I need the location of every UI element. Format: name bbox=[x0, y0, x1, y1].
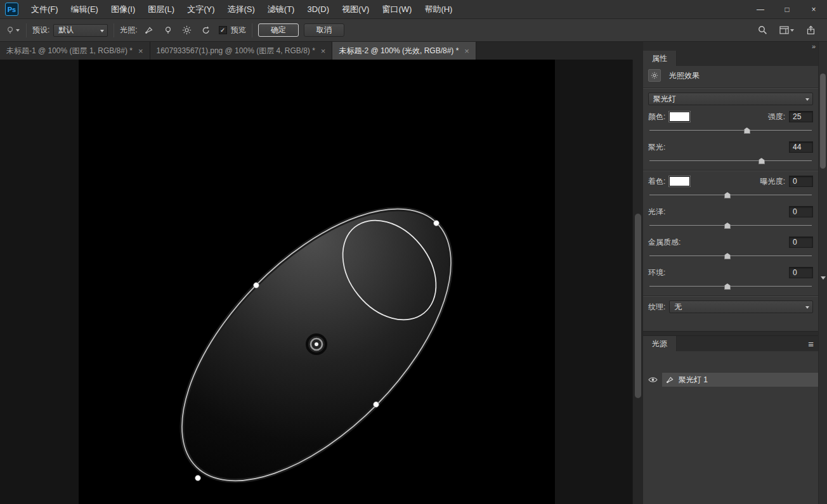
spot-light-icon bbox=[665, 375, 674, 384]
workspace-icon bbox=[779, 26, 789, 34]
ok-button[interactable]: 确定 bbox=[258, 23, 299, 37]
ellipse-handle-right[interactable] bbox=[374, 402, 379, 408]
ellipse-handle-bottom[interactable] bbox=[195, 475, 201, 481]
gloss-slider[interactable] bbox=[649, 221, 812, 229]
close-icon[interactable]: × bbox=[321, 46, 326, 56]
light-color-swatch[interactable] bbox=[669, 112, 690, 122]
search-icon bbox=[758, 25, 767, 35]
exposure-slider[interactable] bbox=[649, 191, 812, 199]
metallic-slider[interactable] bbox=[649, 252, 812, 260]
ambience-value[interactable]: 0 bbox=[789, 267, 813, 278]
scroll-down-icon[interactable] bbox=[821, 276, 826, 280]
workspace-switcher-button[interactable] bbox=[776, 23, 797, 37]
menu-bar: Ps 文件(F) 编辑(E) 图像(I) 图层(L) 文字(Y) 选择(S) 滤… bbox=[0, 0, 827, 19]
main-menus: 文件(F) 编辑(E) 图像(I) 图层(L) 文字(Y) 选择(S) 滤镜(T… bbox=[25, 0, 459, 18]
panel-menu-icon[interactable]: ≡ bbox=[804, 336, 818, 351]
menu-3d[interactable]: 3D(D) bbox=[301, 0, 335, 18]
light-list-item[interactable]: 聚光灯 1 bbox=[643, 373, 818, 387]
scrollbar-thumb[interactable] bbox=[820, 74, 826, 169]
chevron-down-icon bbox=[790, 29, 794, 32]
document-tab-title: 1607933567(1).png @ 100% (图层 4, RGB/8) * bbox=[157, 46, 315, 56]
metallic-value[interactable]: 0 bbox=[789, 236, 813, 248]
texture-select[interactable]: 无 bbox=[669, 300, 813, 313]
close-icon[interactable]: × bbox=[138, 46, 143, 56]
document-tab-2[interactable]: 1607933567(1).png @ 100% (图层 4, RGB/8) *… bbox=[150, 42, 333, 60]
sun-icon bbox=[182, 25, 192, 35]
add-spot-light-button[interactable] bbox=[141, 23, 157, 37]
add-infinite-light-button[interactable] bbox=[179, 23, 195, 37]
add-point-light-button[interactable] bbox=[160, 23, 176, 37]
menu-layer[interactable]: 图层(L) bbox=[141, 0, 181, 18]
panel-title: 光照效果 bbox=[669, 70, 700, 81]
texture-label: 纹理: bbox=[648, 302, 665, 313]
selected-light-row[interactable]: 聚光灯 1 bbox=[662, 373, 818, 387]
maximize-button[interactable]: □ bbox=[774, 0, 800, 18]
slider-thumb[interactable] bbox=[724, 192, 731, 198]
light-name: 聚光灯 1 bbox=[679, 375, 708, 385]
search-button[interactable] bbox=[755, 23, 770, 37]
ellipse-handle-left[interactable] bbox=[254, 283, 259, 288]
lighting-effects-canvas[interactable] bbox=[79, 60, 555, 504]
close-window-button[interactable]: × bbox=[800, 0, 827, 18]
lights-panel: 聚光灯 1 bbox=[643, 351, 818, 504]
intensity-value[interactable]: 25 bbox=[789, 111, 813, 122]
panel-gap bbox=[643, 331, 818, 336]
menu-type[interactable]: 文字(Y) bbox=[181, 0, 221, 18]
menu-filter[interactable]: 滤镜(T) bbox=[261, 0, 301, 18]
gloss-value[interactable]: 0 bbox=[789, 206, 813, 217]
check-icon: ✓ bbox=[220, 27, 225, 34]
preview-checkbox[interactable]: ✓ bbox=[219, 26, 227, 34]
color-label: 颜色: bbox=[648, 112, 665, 122]
close-icon[interactable]: × bbox=[464, 46, 469, 56]
slider-thumb[interactable] bbox=[744, 127, 750, 134]
preset-select[interactable]: 默认 bbox=[53, 24, 108, 37]
menu-image[interactable]: 图像(I) bbox=[105, 0, 141, 18]
menu-file[interactable]: 文件(F) bbox=[25, 0, 65, 18]
tab-properties[interactable]: 属性 bbox=[643, 51, 677, 66]
colorize-swatch[interactable] bbox=[669, 176, 690, 186]
preset-label: 预设: bbox=[32, 25, 49, 36]
panel-overflow-icon[interactable]: » bbox=[812, 42, 816, 50]
reset-icon bbox=[201, 25, 211, 35]
document-tab-1[interactable]: 未标题-1 @ 100% (图层 1, RGB/8#) * × bbox=[0, 42, 150, 60]
share-button[interactable] bbox=[803, 23, 818, 37]
hotspot-slider[interactable] bbox=[649, 157, 812, 165]
light-center-widget[interactable] bbox=[307, 335, 326, 354]
ambience-slider[interactable] bbox=[649, 282, 812, 290]
document-tab-title: 未标题-1 @ 100% (图层 1, RGB/8#) * bbox=[6, 46, 133, 56]
panel-dock: » 属性 光照效果 bbox=[643, 42, 827, 504]
panel-dock-header: » bbox=[643, 42, 818, 51]
menu-edit[interactable]: 编辑(E) bbox=[65, 0, 105, 18]
photoshop-logo: Ps bbox=[5, 3, 18, 16]
menu-help[interactable]: 帮助(H) bbox=[418, 0, 459, 18]
properties-panel: 光照效果 聚光灯 颜色: 强度: 25 聚光 bbox=[643, 66, 818, 331]
intensity-slider[interactable] bbox=[649, 126, 812, 134]
minimize-button[interactable]: — bbox=[747, 0, 774, 18]
canvas-vertical-scrollbar[interactable] bbox=[632, 60, 643, 504]
options-bar: 预设: 默认 光照: bbox=[0, 19, 827, 42]
light-bulb-tool-icon[interactable] bbox=[5, 23, 20, 37]
share-icon bbox=[806, 25, 816, 35]
menu-view[interactable]: 视图(V) bbox=[335, 0, 375, 18]
scrollbar-thumb[interactable] bbox=[635, 214, 641, 398]
menu-select[interactable]: 选择(S) bbox=[221, 0, 261, 18]
slider-thumb[interactable] bbox=[724, 223, 731, 229]
exposure-value[interactable]: 0 bbox=[789, 176, 813, 187]
light-type-select[interactable]: 聚光灯 bbox=[648, 93, 813, 105]
panel-scrollbar[interactable] bbox=[818, 42, 827, 504]
slider-thumb[interactable] bbox=[759, 158, 765, 164]
canvas-area[interactable] bbox=[0, 60, 643, 504]
menu-window[interactable]: 窗口(W) bbox=[375, 0, 418, 18]
photoshop-window: Ps 文件(F) 编辑(E) 图像(I) 图层(L) 文字(Y) 选择(S) 滤… bbox=[0, 0, 827, 504]
metallic-label: 金属质感: bbox=[648, 237, 680, 248]
ellipse-handle-top-right[interactable] bbox=[434, 221, 440, 226]
tab-lights[interactable]: 光源 bbox=[643, 336, 677, 351]
visibility-toggle[interactable] bbox=[643, 376, 662, 384]
reset-lights-button[interactable] bbox=[199, 23, 214, 37]
document-tab-3-active[interactable]: 未标题-2 @ 100% (光效, RGB/8#) * × bbox=[332, 42, 476, 60]
cancel-button[interactable]: 取消 bbox=[304, 23, 344, 37]
divider bbox=[643, 295, 818, 297]
slider-thumb[interactable] bbox=[724, 253, 731, 259]
hotspot-value[interactable]: 44 bbox=[789, 141, 813, 153]
slider-thumb[interactable] bbox=[724, 283, 731, 290]
